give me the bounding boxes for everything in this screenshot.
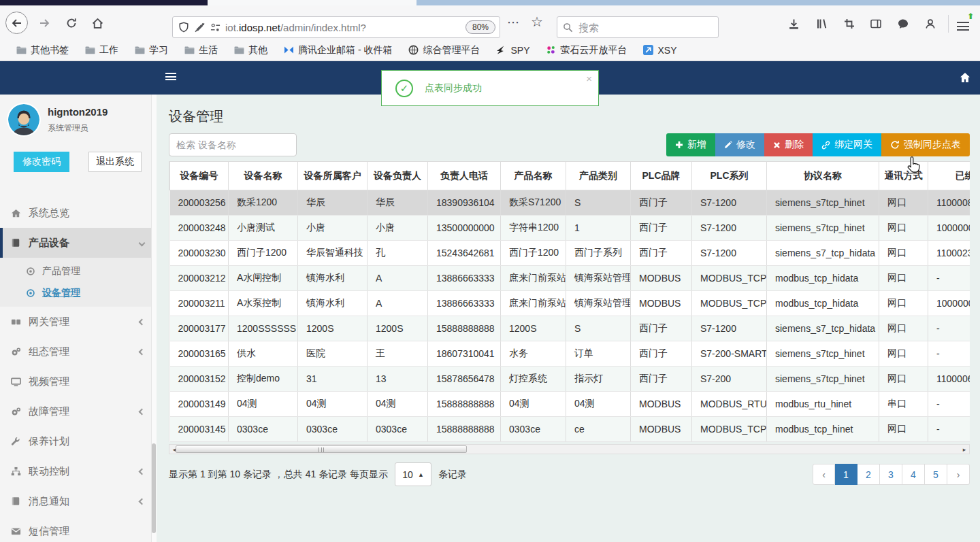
sidebar-collapse-icon[interactable] [165, 73, 176, 80]
sidebar-item-网关管理[interactable]: 网关管理 [0, 307, 157, 337]
page-button-1[interactable]: 1 [835, 464, 858, 485]
sidebar-scrollbar-thumb[interactable] [152, 443, 156, 533]
pocket-button[interactable] [896, 16, 911, 31]
sidebar-item-视频管理[interactable]: 视频管理 [0, 367, 157, 396]
sidebar-subitem-产品管理[interactable]: 产品管理 [0, 260, 157, 282]
table-cell: - [928, 266, 970, 291]
table-cell: 200003256 [170, 190, 229, 216]
pagination: ‹12345› [813, 464, 970, 485]
bookmark-工作[interactable]: 工作 [85, 44, 118, 56]
force-sync-button[interactable]: 强制同步点表 [881, 133, 970, 156]
crop-icon [844, 18, 855, 29]
sidebar-item-组态管理[interactable]: 组态管理 [0, 337, 157, 367]
bookmark-其他书签[interactable]: 其他书签 [16, 44, 69, 56]
table-row-200003165[interactable]: 200003165供水医院王18607310041水务订单西门子S7-200-S… [170, 341, 970, 367]
table-row-200003248[interactable]: 200003248小唐测试小唐小唐13500000000字符串12001西门子S… [170, 216, 970, 241]
app-home-icon[interactable] [960, 72, 970, 83]
browser-tab-strip [0, 0, 980, 5]
sidebar-item-故障管理[interactable]: 故障管理 [0, 396, 157, 426]
url-bar[interactable]: iot.idosp.net/admin/index.html? 80% [172, 16, 500, 38]
sidebar-item-联动控制[interactable]: 联动控制 [0, 456, 157, 486]
device-table: 设备编号设备名称设备所属客户设备负责人负责人电话产品名称产品类别PLC品牌PLC… [169, 161, 970, 442]
refresh-button[interactable] [63, 14, 80, 32]
page-button-5[interactable]: 5 [925, 464, 947, 485]
table-row-200003152[interactable]: 200003152控制demo311315878656478灯控系统指示灯西门子… [170, 367, 970, 392]
sidebar-scrollbar[interactable] [151, 95, 157, 542]
pagination-summary: 显示第 1 到第 10 条记录 ，总共 41 条记录 每页显示 10▲ 条记录 [169, 462, 467, 486]
table-row-200003212[interactable]: 200003212A水闸控制镇海水利A13886663333庶来门前泵站镇海泵站… [170, 266, 970, 291]
table-row-200003177[interactable]: 2000031771200SSSSSS1200S1200S15888888888… [170, 316, 970, 341]
toast-close-icon[interactable]: × [586, 73, 592, 84]
table-cell: - [928, 341, 970, 367]
table-cell: 供水 [229, 341, 298, 367]
cogs-icon [11, 407, 29, 417]
device-search-input[interactable] [169, 133, 297, 156]
change-password-button[interactable]: 修改密码 [14, 152, 69, 172]
table-cell: 31 [298, 367, 368, 392]
horizontal-scrollbar[interactable]: ◂ ▸ [169, 444, 970, 454]
table-row-200003230[interactable]: 200003230西门子1200华辰智通科技孔15243642681西门子120… [170, 241, 970, 266]
table-cell: MODBUS_TCP [692, 291, 767, 316]
browser-search[interactable] [557, 16, 719, 38]
dart-icon [496, 45, 506, 55]
edit-button[interactable]: 修改 [715, 133, 764, 156]
sidebar-item-保养计划[interactable]: 保养计划 [0, 426, 157, 456]
bookmark-学习[interactable]: 学习 [135, 44, 168, 56]
table-cell: 庶来门前泵站 [501, 266, 566, 291]
sidebar-item-系统总览[interactable]: 系统总览 [0, 198, 157, 228]
library-button[interactable] [814, 16, 829, 31]
table-cell: A [368, 291, 428, 316]
table-cell: 西门子系列 [566, 241, 631, 266]
bookmark-SPY[interactable]: SPY [496, 45, 529, 56]
shield-icon[interactable] [178, 22, 189, 33]
wrench-icon [11, 437, 29, 446]
permissions-icon[interactable] [210, 22, 220, 33]
page-prev-button[interactable]: ‹ [813, 464, 835, 485]
bookmark-综合管理平台[interactable]: 综合管理平台 [408, 44, 480, 56]
bind-gateway-button[interactable]: 绑定网关 [813, 133, 881, 156]
downloads-button[interactable] [786, 16, 801, 31]
browser-search-input[interactable] [578, 22, 718, 33]
blocked-pencil-icon[interactable] [194, 22, 206, 33]
sidebar-toggle-button[interactable] [868, 16, 883, 31]
zoom-badge[interactable]: 80% [466, 20, 495, 34]
scroll-right-arrow[interactable]: ▸ [960, 445, 969, 454]
bookmark-其他[interactable]: 其他 [234, 44, 267, 56]
page-next-button[interactable]: › [947, 464, 970, 485]
table-cell: 数采S71200 [501, 190, 566, 216]
table-cell: 华辰智通科技 [298, 241, 368, 266]
bookmark-萤石云开放平台[interactable]: 萤石云开放平台 [546, 44, 627, 56]
logout-button[interactable]: 退出系统 [88, 152, 142, 172]
bookmark-XSY[interactable]: XSY [643, 45, 676, 56]
browser-home-button[interactable] [88, 14, 106, 32]
sidebar-item-产品设备[interactable]: 产品设备 [0, 228, 157, 258]
table-cell: 水务 [501, 341, 566, 367]
table-row-200003145[interactable]: 2000031450303ce0303ce0303ce1588888888803… [170, 417, 970, 442]
back-button[interactable] [5, 12, 28, 34]
scrollbar-thumb[interactable] [176, 445, 467, 453]
page-button-4[interactable]: 4 [902, 464, 925, 485]
forward-button[interactable] [35, 14, 53, 32]
page-button-2[interactable]: 2 [858, 464, 880, 485]
page-actions-icon[interactable]: ⋯ [507, 15, 519, 30]
delete-button[interactable]: 删除 [764, 133, 813, 156]
url-text[interactable]: iot.idosp.net/admin/index.html? [225, 22, 466, 33]
bookmark-生活[interactable]: 生活 [184, 44, 218, 56]
account-button[interactable] [923, 16, 938, 31]
bookmark-腾讯企业邮箱 - 收件箱[interactable]: 腾讯企业邮箱 - 收件箱 [284, 44, 392, 56]
page-size-select[interactable]: 10▲ [395, 462, 431, 486]
page-button-3[interactable]: 3 [880, 464, 902, 485]
table-row-200003256[interactable]: 200003256数采1200华辰华辰18390936104数采S71200S西… [170, 190, 970, 216]
table-row-200003211[interactable]: 200003211A水泵控制镇海水利A13886663333庶来门前泵站镇海泵站… [170, 291, 970, 316]
table-row-200003149[interactable]: 20000314904测04测04测1588888888804测04测MODBU… [170, 392, 970, 417]
bookmark-star-icon[interactable]: ☆ [531, 14, 543, 30]
toolbar-separator [948, 15, 949, 33]
sidebar-subitem-设备管理[interactable]: 设备管理 [0, 282, 157, 304]
table-cell: 04测 [566, 392, 631, 417]
sidebar-subitem-label: 产品管理 [42, 265, 80, 277]
screenshot-button[interactable] [842, 16, 857, 31]
table-cell: 西门子1200 [229, 241, 298, 266]
sidebar-item-消息通知[interactable]: 消息通知 [0, 486, 157, 516]
add-button[interactable]: 新增 [666, 133, 715, 156]
sidebar-item-短信管理[interactable]: 短信管理 [0, 516, 157, 542]
